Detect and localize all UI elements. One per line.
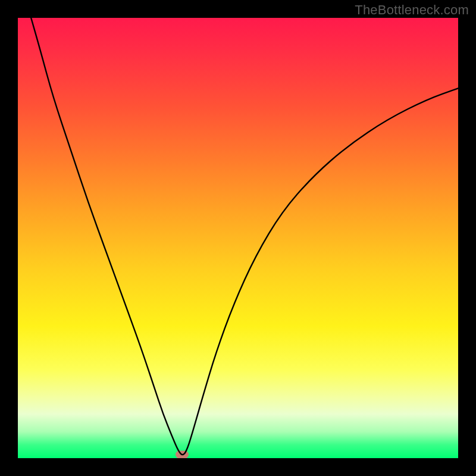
watermark-label: TheBottleneck.com bbox=[355, 2, 469, 18]
chart-frame: TheBottleneck.com bbox=[0, 0, 476, 476]
plot-area bbox=[18, 18, 458, 458]
bottleneck-curve bbox=[18, 18, 458, 458]
